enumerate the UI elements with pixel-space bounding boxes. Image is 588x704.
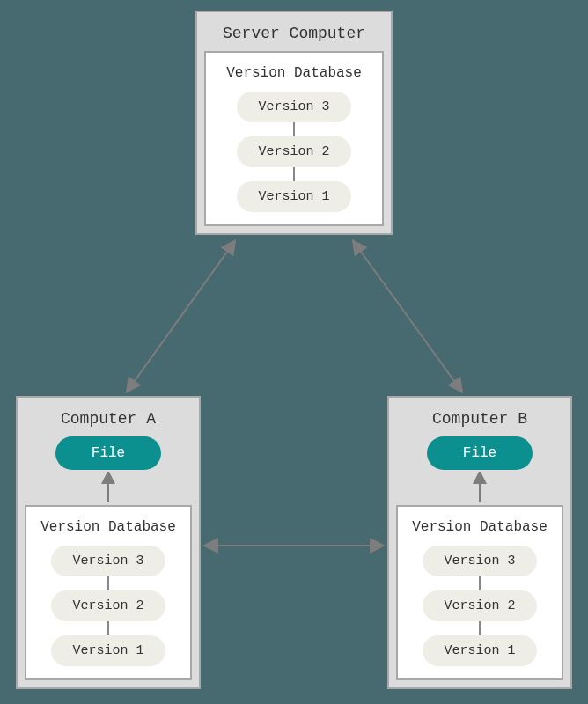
computer-a-title: Computer A xyxy=(25,405,192,436)
version-pill: Version 2 xyxy=(237,136,351,167)
svg-line-2 xyxy=(128,242,234,391)
file-pill: File xyxy=(55,436,161,470)
version-pill: Version 1 xyxy=(51,635,165,666)
inner-arrow-icon xyxy=(396,472,563,505)
computer-a-database-title: Version Database xyxy=(35,516,181,546)
version-pill: Version 3 xyxy=(423,546,537,576)
computer-b-database-title: Version Database xyxy=(407,516,553,546)
server-database-title: Version Database xyxy=(215,62,373,92)
version-pill: Version 1 xyxy=(237,181,351,212)
server-database-box: Version Database Version 3 Version 2 Ver… xyxy=(204,51,384,226)
computer-a-database-box: Version Database Version 3 Version 2 Ver… xyxy=(25,505,192,680)
computer-b-database-box: Version Database Version 3 Version 2 Ver… xyxy=(396,505,563,680)
version-pill: Version 1 xyxy=(423,635,537,666)
version-connector xyxy=(107,621,109,635)
server-title: Server Computer xyxy=(204,19,384,51)
server-computer-box: Server Computer Version Database Version… xyxy=(195,11,393,235)
version-pill: Version 3 xyxy=(237,92,351,122)
computer-b-box: Computer B File Version Database Version… xyxy=(387,396,572,689)
svg-line-3 xyxy=(354,242,461,391)
file-pill: File xyxy=(427,436,533,470)
version-pill: Version 2 xyxy=(423,590,537,621)
inner-arrow-icon xyxy=(25,472,192,505)
version-connector xyxy=(107,576,109,590)
version-pill: Version 2 xyxy=(51,590,165,621)
computer-a-box: Computer A File Version Database Version… xyxy=(16,396,201,689)
computer-b-title: Computer B xyxy=(396,405,563,436)
version-connector xyxy=(479,576,481,590)
version-pill: Version 3 xyxy=(51,546,165,576)
version-connector xyxy=(479,621,481,635)
version-connector xyxy=(293,167,295,181)
version-connector xyxy=(293,122,295,136)
